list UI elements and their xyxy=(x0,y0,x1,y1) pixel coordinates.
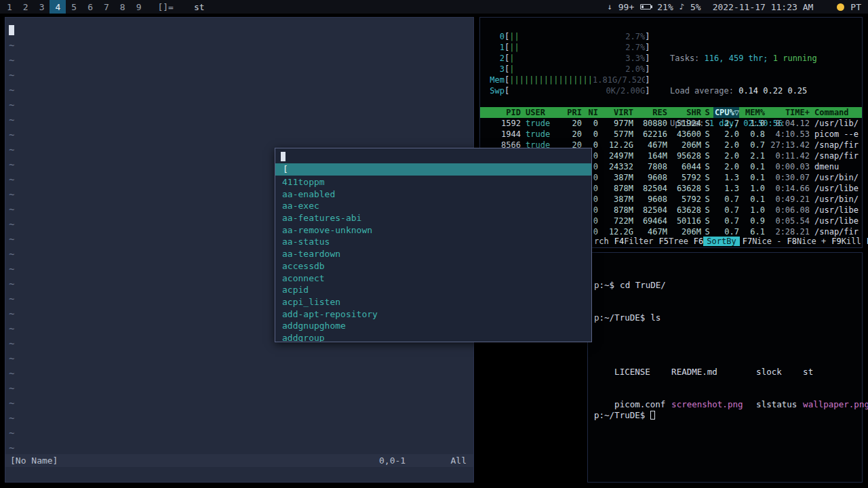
column-ni[interactable]: NI xyxy=(582,107,598,118)
updates-icon: ↓ xyxy=(608,2,612,12)
cpu-meter-value: 2.0% xyxy=(625,64,645,74)
launcher-item[interactable]: aa-teardown xyxy=(282,248,591,260)
workspace-tag[interactable]: 5 xyxy=(66,0,82,14)
focused-window-title: st xyxy=(194,2,205,12)
fkey-button[interactable]: F7Nice - xyxy=(743,236,787,247)
column-time[interactable]: TIME+ xyxy=(765,107,810,118)
file-entry: slock xyxy=(756,367,803,378)
status-dot-icon xyxy=(837,3,844,11)
mem-meter: Mem[|||||||||||||||||1.81G/7.52G] xyxy=(487,75,650,85)
tasks-summary: Tasks: 116, 459 thr; 1 running xyxy=(670,53,817,64)
layout-indicator[interactable]: []= xyxy=(157,2,173,12)
vim-empty-line: ~ xyxy=(9,172,14,187)
cpu-meter: 0[||2.7%] xyxy=(487,31,650,42)
column-command[interactable]: Command xyxy=(810,107,862,118)
column-user[interactable]: USER xyxy=(521,107,561,118)
cpu-meter-value: 3.3% xyxy=(625,54,645,63)
column-pid[interactable]: PID xyxy=(486,107,521,118)
launcher-selected-row[interactable]: [ xyxy=(275,163,591,176)
fkey-button[interactable]: F4Filter xyxy=(614,236,659,247)
ls-output-row: picom.confscreenshot.pngslstatuswallpape… xyxy=(594,378,868,388)
workspace-tag[interactable]: 9 xyxy=(131,0,147,14)
vim-empty-line: ~ xyxy=(9,262,14,277)
column-pri[interactable]: PRI xyxy=(561,107,582,118)
shell-command: cd TruDE/ xyxy=(620,280,666,290)
file-entry: screenshot.png xyxy=(671,399,756,410)
process-table-header: PID USER PRI NI VIRT RES SHR S CPU%▽ MEM… xyxy=(480,107,862,118)
file-entry: slstatus xyxy=(756,399,803,410)
column-state[interactable]: S xyxy=(701,107,713,118)
fkey-button[interactable]: rch xyxy=(594,236,614,247)
vim-empty-line: ~ xyxy=(9,98,14,113)
terminal-cursor xyxy=(650,411,655,420)
vim-empty-line: ~ xyxy=(9,291,14,306)
workspace-tag[interactable]: 8 xyxy=(115,0,131,14)
workspace-tag[interactable]: 3 xyxy=(34,0,50,14)
vim-cursor xyxy=(9,25,14,35)
launcher-item[interactable]: aa-status xyxy=(282,236,591,248)
launcher-input[interactable] xyxy=(275,148,591,163)
status-bar: 1 2 3 4 5 6 7 8 9 []= st ↓ 99+ 21% ♪ 5% … xyxy=(0,0,868,14)
vim-empty-line: ~ xyxy=(9,113,14,127)
vim-empty-line: ~ xyxy=(9,83,14,98)
launcher-item[interactable]: addgroup xyxy=(282,332,591,342)
status-indicators: ↓ 99+ 21% ♪ 5% 2022-11-17 11:23 AM PT xyxy=(608,2,868,12)
swp-meter-value: 0K/2.00G xyxy=(606,86,645,96)
launcher-item[interactable]: acpi_listen xyxy=(282,296,591,308)
vim-file-name: [No Name] xyxy=(10,454,58,467)
column-mem[interactable]: MEM% xyxy=(739,107,765,118)
column-res[interactable]: RES xyxy=(633,107,667,118)
launcher-item[interactable]: addgnupghome xyxy=(282,320,591,332)
workspace-tags: 1 2 3 4 5 6 7 8 9 xyxy=(1,0,146,14)
vim-empty-line: ~ xyxy=(9,187,14,202)
vim-empty-line: ~ xyxy=(9,351,14,366)
process-row[interactable]: 1592 trude 20 0 977M 80880 51924 S 2.7 1… xyxy=(480,118,862,129)
launcher-item[interactable]: aa-remove-unknown xyxy=(282,224,591,237)
workspace-tag[interactable]: 1 xyxy=(1,0,18,14)
cpu-meter-bars: || xyxy=(509,32,519,41)
cpu-meters: 0[||2.7%] 1[||2.7%] 2[|3.3%] 3[|2.0%] xyxy=(487,31,650,75)
launcher-item[interactable]: aa-features-abi xyxy=(282,212,591,224)
launcher-item[interactable]: 411toppm xyxy=(282,176,591,188)
launcher-item-list: 411toppmaa-enabledaa-execaa-features-abi… xyxy=(275,176,591,342)
column-shr[interactable]: SHR xyxy=(667,107,701,118)
workspace-tag[interactable]: 4 xyxy=(50,0,66,14)
vim-empty-line: ~ xyxy=(9,366,14,381)
fkey-button[interactable]: F6SortBy xyxy=(694,236,743,247)
terminal-line: p:~/TruDE$ls xyxy=(594,312,868,323)
cpu-meter-bars: | xyxy=(509,54,514,63)
terminal-window[interactable]: p:~$cd TruDE/ p:~/TruDE$ls LICENSEREADME… xyxy=(587,252,863,483)
fkey-button[interactable]: F9Kill xyxy=(831,236,866,247)
workspace-tag[interactable]: 6 xyxy=(82,0,98,14)
workspace-tag[interactable]: 2 xyxy=(18,0,34,14)
vim-empty-line: ~ xyxy=(9,426,14,441)
battery-fill xyxy=(642,5,644,8)
launcher-item[interactable]: acpid xyxy=(282,284,591,296)
launcher-item[interactable]: aconnect xyxy=(282,272,591,285)
launcher-window[interactable]: [ 411toppmaa-enabledaa-execaa-features-a… xyxy=(275,148,592,342)
column-cpu[interactable]: CPU%▽ xyxy=(713,107,739,118)
file-entry: wallpaper.png xyxy=(803,399,868,410)
cpu-meter-bars: | xyxy=(509,64,514,74)
vim-empty-line: ~ xyxy=(9,277,14,291)
cpu-meter-value: 2.7% xyxy=(625,43,645,52)
launcher-item[interactable]: aa-enabled xyxy=(282,188,591,201)
vim-empty-line: ~ xyxy=(9,142,14,157)
vim-empty-line: ~ xyxy=(9,336,14,351)
column-virt[interactable]: VIRT xyxy=(598,107,633,118)
workspace-tag[interactable]: 7 xyxy=(98,0,115,14)
launcher-item[interactable]: add-apt-repository xyxy=(282,308,591,321)
load-average: Load average: 0.14 0.22 0.25 xyxy=(670,85,817,96)
volume-level: 5% xyxy=(690,2,701,12)
memory-meters: Mem[|||||||||||||||||1.81G/7.52G] Swp[0K… xyxy=(487,75,650,96)
fkey-button[interactable]: F5Tree xyxy=(659,236,694,247)
process-row[interactable]: 1944 trude 20 0 577M 62216 43600 S 2.0 0… xyxy=(480,129,862,140)
vim-scroll-position: All xyxy=(451,454,467,467)
volume-icon: ♪ xyxy=(679,2,684,12)
launcher-item[interactable]: aa-exec xyxy=(282,200,591,212)
fkey-button[interactable]: F8Nice + xyxy=(787,236,831,247)
vim-empty-line: ~ xyxy=(9,68,14,83)
mem-meter-value: 1.81G/7.52G xyxy=(593,75,645,85)
cpu-meter: 2[|3.3%] xyxy=(487,53,650,64)
launcher-item[interactable]: accessdb xyxy=(282,260,591,272)
